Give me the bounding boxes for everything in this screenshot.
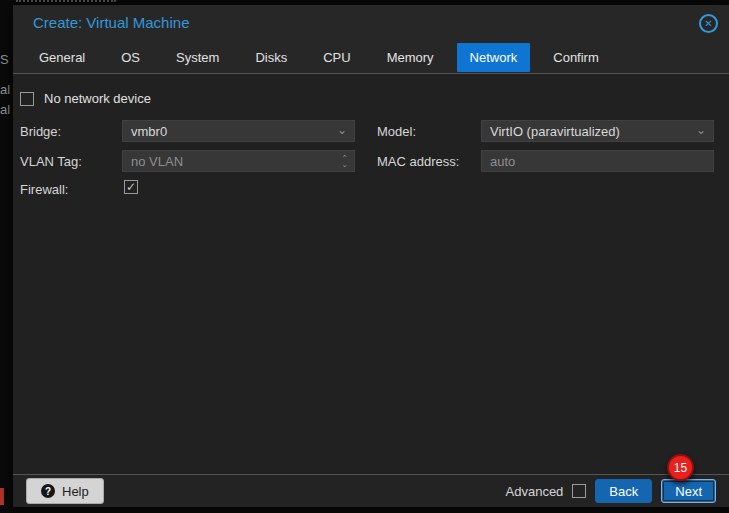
tab-disks[interactable]: Disks: [242, 43, 300, 72]
firewall-label: Firewall:: [20, 182, 68, 197]
no-network-device-label: No network device: [44, 91, 151, 106]
advanced-label: Advanced: [506, 484, 564, 499]
vlan-tag-label: VLAN Tag:: [20, 154, 82, 169]
help-button-label: Help: [62, 484, 89, 499]
model-combobox[interactable]: VirtIO (paravirtualized) ⌄: [481, 120, 714, 142]
no-network-device-row: No network device: [20, 91, 151, 106]
vlan-tag-field: ⌃⌄: [122, 150, 355, 172]
mac-address-field: [481, 150, 714, 172]
background-text-fragment: al: [0, 102, 13, 117]
chevron-down-icon[interactable]: ⌄: [337, 123, 347, 137]
background-masked-text: [16, 0, 116, 3]
wizard-tabbar: General OS System Disks CPU Memory Netwo…: [26, 42, 729, 73]
up-down-chevrons-icon[interactable]: ⌃⌄: [341, 151, 348, 173]
tab-system[interactable]: System: [163, 43, 232, 72]
model-value: VirtIO (paravirtualized): [490, 124, 620, 139]
tab-network[interactable]: Network: [457, 43, 531, 72]
model-label: Model:: [377, 124, 416, 139]
tab-general[interactable]: General: [26, 43, 98, 72]
vlan-tag-input[interactable]: [123, 151, 354, 171]
mac-address-label: MAC address:: [377, 154, 459, 169]
dialog-title: Create: Virtual Machine: [33, 14, 189, 31]
next-button[interactable]: Next: [661, 479, 716, 503]
close-icon[interactable]: ✕: [699, 14, 718, 33]
no-network-device-checkbox[interactable]: [20, 92, 34, 106]
question-circle-icon: ?: [41, 484, 55, 498]
bridge-value: vmbr0: [131, 124, 167, 139]
background-text-fragment: S: [0, 52, 13, 67]
background-text-fragment: al: [0, 82, 13, 97]
chevron-down-icon[interactable]: ⌄: [696, 123, 706, 137]
tab-cpu[interactable]: CPU: [310, 43, 363, 72]
firewall-checkbox[interactable]: ✓: [124, 180, 138, 194]
tab-confirm[interactable]: Confirm: [540, 43, 612, 72]
tab-os[interactable]: OS: [108, 43, 153, 72]
footer-actions: Advanced Back Next: [506, 479, 716, 503]
background-red-fragment: [0, 488, 4, 505]
back-button[interactable]: Back: [595, 479, 652, 503]
advanced-checkbox[interactable]: [572, 484, 586, 498]
bridge-label: Bridge:: [20, 124, 61, 139]
create-vm-dialog: Create: Virtual Machine ✕ General OS Sys…: [13, 5, 729, 507]
dialog-footer: ? Help Advanced Back Next: [13, 474, 729, 507]
network-tab-panel: No network device Bridge: vmbr0 ⌄ Model:…: [13, 73, 729, 474]
annotation-badge: 15: [667, 454, 694, 481]
tab-memory[interactable]: Memory: [374, 43, 447, 72]
dialog-header: Create: Virtual Machine ✕: [13, 5, 729, 40]
screen: S al al Create: Virtual Machine ✕ Genera…: [0, 0, 729, 513]
mac-address-input[interactable]: [482, 151, 713, 171]
help-button[interactable]: ? Help: [26, 478, 104, 504]
bridge-combobox[interactable]: vmbr0 ⌄: [122, 120, 355, 142]
